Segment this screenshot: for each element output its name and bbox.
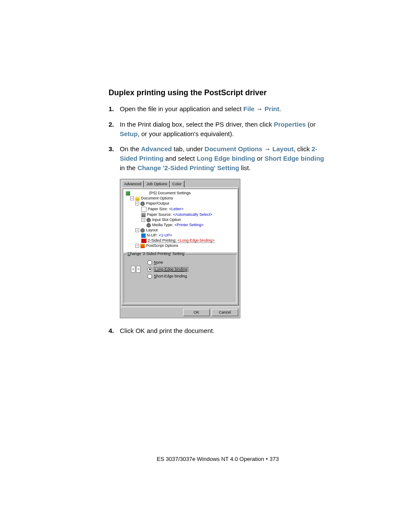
file-menu-text: File [243,105,255,112]
step-body: Click OK and print the document. [120,326,327,336]
expander-icon[interactable]: − [141,218,145,222]
tab-color[interactable]: Color [170,180,184,187]
cancel-button[interactable]: Cancel [212,309,238,316]
long-edge-text: Long Edge binding [196,155,255,162]
duplex-icon [141,239,146,243]
short-edge-text: Short Edge binding [265,155,324,162]
section-heading: Duplex printing using the PostScript dri… [109,88,327,97]
radio-icon [147,274,152,279]
tree-media-type: Media Type: <Printer Setting> [126,223,234,228]
page-number: 373 [269,456,279,462]
tree-paper-size: Paper Size: <Letter> [126,206,234,212]
tab-job-options[interactable]: Job Options [144,180,170,187]
tab-bar: Advanced Job Options Color [120,179,240,187]
step-number: 1. [109,104,120,114]
tree-nup: N-UP: <1-UP> [126,233,234,238]
tab-advanced[interactable]: Advanced [121,180,144,187]
page-footer: ES 3037/3037e Windows NT 4.0 Operation•3… [109,456,327,462]
page-icon [141,207,146,212]
print-text: Print [265,105,279,112]
step-4: 4. Click OK and print the document. [109,326,327,336]
gear-icon [140,228,145,233]
setup-text: Setup [120,130,138,137]
tree-root: (PS) Document Settings [126,191,234,196]
properties-text: Properties [274,121,306,128]
layout-text: Layout, [272,145,295,152]
steps-list: 1. Open the file in your application and… [109,104,327,173]
steps-list-continued: 4. Click OK and print the document. [109,326,327,336]
tree-input-slot: −Input Slot Option [126,218,234,223]
radio-icon [147,260,152,265]
advanced-text: Advanced [141,145,172,152]
expander-icon[interactable]: − [135,202,139,205]
tree-document-options: −Document Options [126,196,234,201]
tree-layout: −Layout [126,228,234,233]
document-options-text: Document Options [205,145,262,152]
tree-paper-output: −Paper/Output [126,201,234,206]
tree-two-sided: 2-Sided Printing: <Long-Edge binding> [126,238,234,243]
step-number: 4. [109,326,120,336]
step-body: Open the file in your application and se… [120,104,327,114]
change-two-sided-group: Change '2-Sided Printing' Setting AA Non… [124,254,237,303]
tree-postscript-options: −PostScript Options [126,243,234,249]
radio-icon [147,267,152,272]
gear-icon [146,218,151,222]
gear-icon [146,223,151,227]
step-body: In the Print dialog box, select the PS d… [120,120,327,139]
change-setting-text: Change '2-Sided Printing' Setting [137,164,239,171]
radio-none[interactable]: None [147,260,234,267]
gear-icon [140,202,145,206]
expander-icon[interactable]: − [135,244,139,248]
step-number: 2. [109,120,120,139]
tray-icon [141,213,146,217]
step-body: On the Advanced tab, under Document Opti… [120,144,327,172]
expander-icon[interactable]: − [135,228,139,232]
ok-button[interactable]: OK [183,309,210,316]
print-properties-dialog: Advanced Job Options Color (PS) Document… [120,179,240,318]
printer-icon [126,191,130,196]
step-number: 3. [109,144,120,172]
radio-long-edge[interactable]: Long-Edge binding [147,267,234,274]
binding-preview-icon: AA [131,266,140,273]
postscript-icon [140,244,145,248]
step-1: 1. Open the file in your application and… [109,104,327,114]
radio-short-edge[interactable]: Short-Edge binding [147,274,234,280]
group-label: Change '2-Sided Printing' Setting [127,252,185,256]
tree-paper-source: Paper Source: <Automatically Select> [126,212,234,218]
step-3: 3. On the Advanced tab, under Document O… [109,144,327,172]
nup-icon [141,233,146,238]
step-2: 2. In the Print dialog box, select the P… [109,120,327,139]
folder-icon [135,196,140,201]
expander-icon[interactable]: − [130,196,134,200]
settings-tree[interactable]: (PS) Document Settings −Document Options… [123,189,237,252]
